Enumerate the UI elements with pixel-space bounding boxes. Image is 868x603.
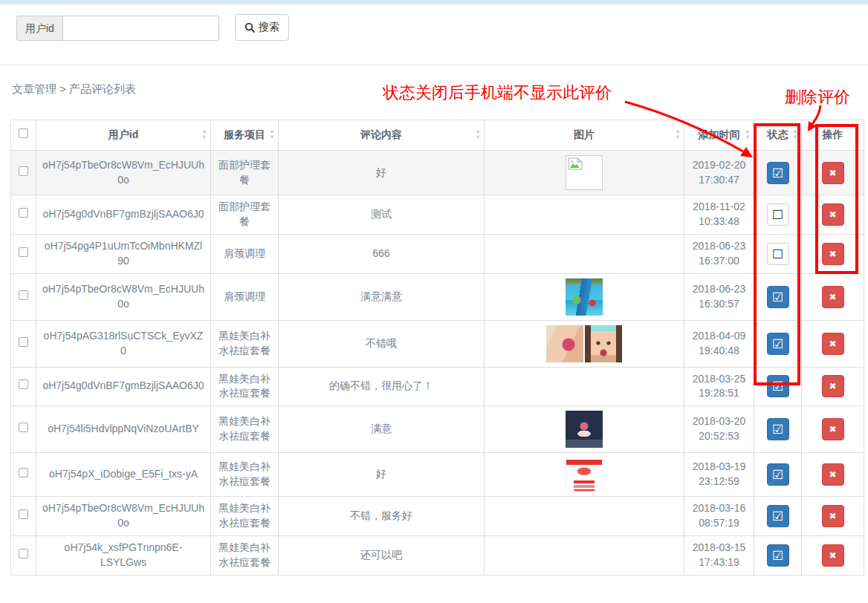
red-webpage-screenshot [566, 457, 603, 492]
delete-comment-button[interactable]: ✖ [822, 463, 844, 486]
search-section: 用户id 搜索 [0, 4, 868, 65]
cell-time: 2018-11-02 10:33:48 [684, 195, 754, 235]
cell-images [485, 536, 684, 576]
status-toggle-button[interactable]: ☑ [767, 375, 789, 397]
cell-comment: 666 [279, 234, 485, 273]
cell-comment: 不错，服务好 [279, 497, 485, 536]
cell-service: 面部护理套餐 [211, 151, 279, 195]
cell-time: 2019-02-20 17:30:47 [684, 151, 754, 195]
cell-images [485, 151, 684, 195]
row-checkbox[interactable] [19, 468, 28, 477]
cell-user-id: oH7j54g0dVnBF7gmBzjljSAAO6J0 [36, 195, 211, 235]
row-checkbox[interactable] [19, 208, 28, 218]
delete-comment-button[interactable]: ✖ [822, 375, 844, 397]
broken-image-placeholder [566, 155, 603, 190]
row-checkbox[interactable] [19, 247, 28, 257]
cell-time: 2018-06-23 16:30:57 [684, 273, 754, 320]
comments-table: 用户id ▲▼ 服务项目 ▲▼ 评论内容 ▲▼ 图片 ▲▼ 添加时间 ▲▼ 状态… [10, 120, 864, 576]
sort-icon: ▲▼ [675, 128, 681, 140]
cell-user-id: oH7j54pTbeOr8cW8Vm_EcHJUUh0o [36, 497, 211, 536]
delete-comment-button[interactable]: ✖ [822, 162, 844, 184]
cell-service: 黑娃美白补水祛痘套餐 [211, 406, 279, 453]
row-checkbox[interactable] [19, 166, 28, 176]
row-checkbox[interactable] [19, 549, 28, 558]
status-toggle-button[interactable]: ☑ [767, 333, 789, 355]
cell-images [485, 273, 684, 320]
header-service[interactable]: 服务项目 ▲▼ [211, 120, 279, 151]
delete-comment-button[interactable]: ✖ [822, 505, 844, 527]
cell-service: 面部护理套餐 [211, 195, 279, 235]
cell-user-id: oH7j54pX_iDobige_E5Fi_txs-yA [36, 453, 211, 497]
breadcrumb: 文章管理 > 产品评论列表 [12, 82, 868, 97]
delete-comment-button[interactable]: ✖ [822, 333, 844, 355]
cell-service: 黑娃美白补水祛痘套餐 [211, 536, 279, 576]
cell-user-id: oH7j54li5HdvlppNqViNzoUArtBY [36, 406, 211, 453]
select-all-checkbox[interactable] [19, 128, 28, 138]
cell-comment: 还可以吧 [279, 536, 485, 576]
header-comment[interactable]: 评论内容 ▲▼ [279, 120, 485, 151]
cell-comment: 满意满意 [279, 273, 485, 320]
status-toggle-button[interactable]: ☑ [767, 505, 789, 527]
cell-comment: 测试 [279, 195, 485, 235]
delete-comment-button[interactable]: ✖ [822, 203, 844, 226]
cell-comment: 不错哦 [279, 320, 485, 367]
status-toggle-button[interactable]: ☐ [767, 243, 789, 265]
status-toggle-button[interactable]: ☑ [767, 463, 789, 486]
cell-images [485, 453, 684, 497]
table-row: oH7j54k_xsfPGTnnpn6E-LSYLGws黑娃美白补水祛痘套餐还可… [11, 536, 864, 576]
row-checkbox[interactable] [19, 509, 28, 519]
delete-comment-button[interactable]: ✖ [822, 286, 844, 308]
delete-comment-button[interactable]: ✖ [822, 544, 844, 567]
cell-images [485, 367, 684, 406]
delete-comment-button[interactable]: ✖ [822, 243, 844, 265]
table-row: oH7j54pTbeOr8cW8Vm_EcHJUUh0o黑娃美白补水祛痘套餐不错… [11, 497, 864, 536]
cell-time: 2018-04-09 19:40:48 [684, 320, 754, 367]
header-time[interactable]: 添加时间 ▲▼ [684, 120, 754, 151]
userid-filter-input[interactable] [62, 16, 219, 41]
waterpark-photo [566, 278, 603, 316]
cell-user-id: oH7j54k_xsfPGTnnpn6E-LSYLGws [36, 536, 211, 576]
cell-time: 2018-03-25 19:28:51 [684, 367, 754, 406]
header-user-id[interactable]: 用户id ▲▼ [36, 120, 211, 151]
row-checkbox[interactable] [19, 423, 28, 432]
search-button-label: 搜索 [259, 21, 279, 34]
cell-time: 2018-03-19 23:12:59 [684, 453, 754, 497]
sort-icon: ▲▼ [745, 128, 751, 140]
header-image[interactable]: 图片 ▲▼ [485, 120, 684, 151]
cell-service: 黑娃美白补水祛痘套餐 [211, 367, 279, 406]
magnifier-icon [244, 22, 255, 33]
table-row: oH7j54li5HdvlppNqViNzoUArtBY黑娃美白补水祛痘套餐满意… [11, 406, 864, 453]
cell-comment: 满意 [279, 406, 485, 453]
table-row: oH7j54pg4P1uUmTcOiMbnHKMZl90肩颈调理6662018-… [11, 234, 864, 273]
cell-images [485, 195, 684, 235]
cell-user-id: oH7j54pTbeOr8cW8Vm_EcHJUUh0o [36, 151, 211, 195]
sort-icon: ▲▼ [269, 128, 275, 140]
header-select-all [11, 120, 36, 151]
table-row: oH7j54pTbeOr8cW8Vm_EcHJUUh0o肩颈调理满意满意2018… [11, 273, 864, 320]
search-button[interactable]: 搜索 [235, 14, 289, 41]
table-header-row: 用户id ▲▼ 服务项目 ▲▼ 评论内容 ▲▼ 图片 ▲▼ 添加时间 ▲▼ 状态… [11, 120, 864, 151]
row-checkbox[interactable] [19, 337, 28, 347]
table-row: oH7j54pAG318rlSuCTSCk_EyvXZ0黑娃美白补水祛痘套餐不错… [11, 320, 864, 367]
status-toggle-button[interactable]: ☑ [767, 544, 789, 567]
cell-images [485, 497, 684, 536]
lips-closeup-photo [546, 325, 583, 362]
status-toggle-button[interactable]: ☑ [767, 286, 789, 308]
status-toggle-button[interactable]: ☑ [767, 418, 789, 440]
table-row: oH7j54g0dVnBF7gmBzjljSAAO6J0面部护理套餐测试2018… [11, 195, 864, 235]
cell-time: 2018-03-20 20:52:53 [684, 406, 754, 453]
status-toggle-button[interactable]: ☐ [767, 203, 789, 226]
sort-icon: ▲▼ [475, 128, 481, 140]
selfie-photo [585, 325, 622, 362]
cell-service: 黑娃美白补水祛痘套餐 [211, 320, 279, 367]
cell-service: 黑娃美白补水祛痘套餐 [211, 497, 279, 536]
row-checkbox[interactable] [19, 379, 28, 389]
status-toggle-button[interactable]: ☑ [767, 162, 789, 184]
userid-filter-group: 用户id [16, 16, 219, 41]
delete-comment-button[interactable]: ✖ [822, 418, 844, 440]
row-checkbox[interactable] [19, 290, 28, 300]
ballerina-photo [566, 411, 603, 448]
cell-time: 2018-03-16 08:57:19 [684, 497, 754, 536]
header-status[interactable]: 状态 ▲▼ [754, 120, 802, 151]
cell-service: 黑娃美白补水祛痘套餐 [211, 453, 279, 497]
